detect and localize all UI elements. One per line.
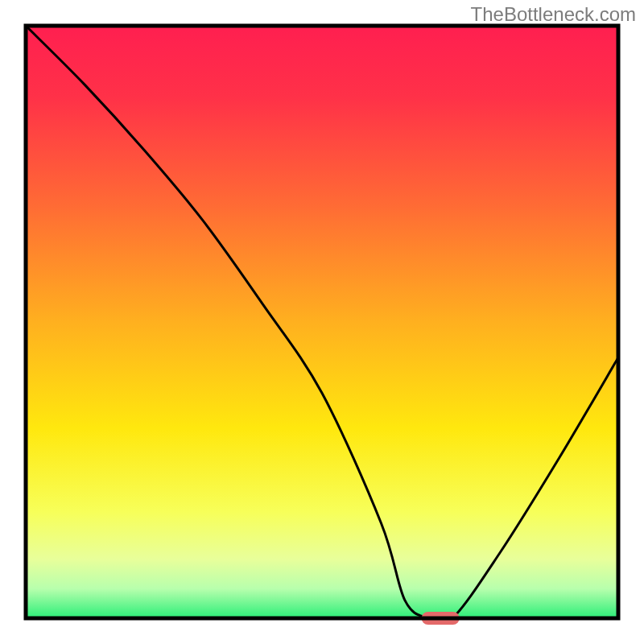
bottleneck-chart — [0, 0, 644, 644]
gradient-background — [26, 26, 618, 618]
watermark-text: TheBottleneck.com — [471, 3, 636, 26]
chart-container: { "watermark": "TheBottleneck.com", "col… — [0, 0, 644, 644]
plot-area — [26, 26, 618, 625]
